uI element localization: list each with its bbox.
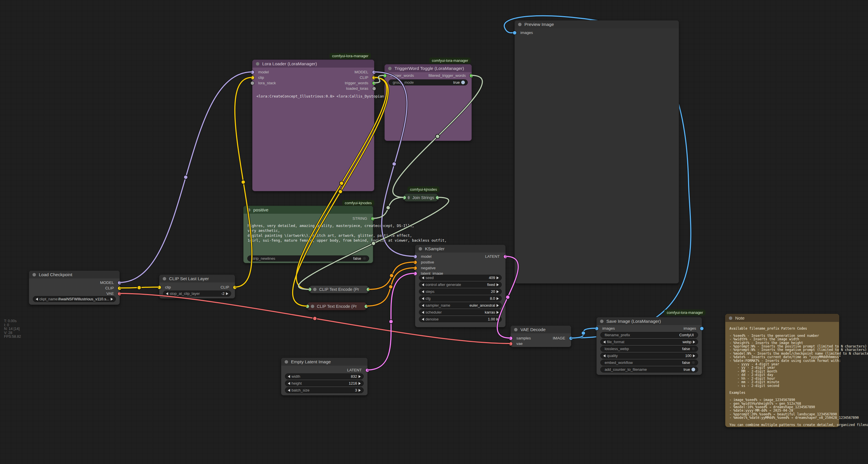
clip-port[interactable] — [251, 76, 254, 79]
widget-width[interactable]: width832 — [285, 373, 364, 379]
output-slot-filtered-trigger-words[interactable]: filtered_trigger_words — [428, 73, 471, 78]
stepper-left-icon[interactable] — [288, 382, 290, 385]
widget-quality[interactable]: quality100 — [600, 353, 698, 359]
output-slot-loaded-loras[interactable]: loaded_loras — [346, 86, 374, 91]
toggle-icon[interactable] — [691, 361, 695, 365]
input-slot-model[interactable]: model — [415, 254, 432, 259]
node-load-checkpoint[interactable]: Load Checkpoint MODEL CLIP VAE ckpt_name… — [29, 270, 120, 305]
collapse-dot[interactable] — [32, 273, 36, 277]
widget-control-after-generate[interactable]: control after generatefixed — [419, 282, 502, 288]
widget-steps[interactable]: steps20 — [419, 289, 502, 295]
clip-port[interactable] — [233, 286, 237, 289]
input-slot-vae[interactable]: vae — [510, 341, 523, 346]
widget-denoise[interactable]: denoise1.00 — [419, 316, 502, 322]
stepper-right-icon[interactable] — [497, 297, 499, 300]
stepper-left-icon[interactable] — [422, 283, 424, 286]
node-title-bar[interactable]: VAE Decode — [510, 326, 571, 334]
stepper-left-icon[interactable] — [422, 297, 424, 300]
widget-scheduler[interactable]: schedulerkarras — [419, 309, 502, 315]
output-slot-vae[interactable]: VAE — [106, 291, 120, 296]
node-triggerword-toggle[interactable]: TriggerWord Toggle (LoraManager) trigger… — [384, 64, 472, 141]
collapse-dot[interactable] — [418, 247, 422, 251]
collapse-dot[interactable] — [256, 62, 259, 65]
widget-ckpt-name[interactable]: ckpt_nameil\waiNSFWIllustrious_v110.s... — [33, 296, 116, 302]
trigger-words-port[interactable] — [383, 74, 386, 77]
clip-port[interactable] — [372, 76, 376, 79]
widget-lossless-webp[interactable]: lossless_webpfalse — [600, 346, 698, 352]
collapse-dot[interactable] — [600, 320, 603, 323]
stepper-left-icon[interactable] — [422, 311, 424, 314]
note-text[interactable]: Available filename_prefix Pattern Codes … — [730, 327, 868, 427]
node-ksampler[interactable]: KSampler model positive negative latent_… — [415, 244, 506, 327]
input-slot-images[interactable]: images — [597, 326, 615, 331]
collapse-dot[interactable] — [518, 23, 522, 26]
output-slot-trigger-words[interactable]: trigger_words — [345, 81, 374, 86]
collapse-dot[interactable] — [514, 328, 518, 331]
input-slot-positive[interactable]: positive — [415, 260, 434, 265]
input-slot-trigger-words[interactable]: trigger_words — [385, 73, 414, 78]
widget-stop-at-clip-layer[interactable]: stop_at_clip_layer-2 — [163, 291, 231, 297]
clip-port[interactable] — [118, 287, 121, 290]
prompt-text[interactable]: highres, very detailed, amazing quality,… — [248, 223, 446, 243]
vae-port[interactable] — [509, 342, 513, 346]
node-title-bar[interactable]: Note — [725, 314, 839, 322]
stepper-left-icon[interactable] — [422, 318, 424, 321]
stepper-right-icon[interactable] — [111, 298, 113, 300]
stepper-right-icon[interactable] — [359, 375, 361, 378]
widget-seed[interactable]: seed409 — [419, 275, 502, 281]
image-port[interactable] — [513, 31, 516, 34]
node-preview-image[interactable]: Preview Image images — [514, 20, 679, 284]
node-title-bar[interactable]: Empty Latent Image — [281, 358, 367, 366]
output-slot-clip[interactable]: CLIP — [105, 286, 120, 291]
widget-sampler-name[interactable]: sampler_nameeuler_ancestral — [419, 302, 502, 308]
trigger-words-port[interactable] — [372, 81, 376, 85]
input-slot-clip[interactable]: clip — [159, 285, 171, 290]
output-slot-images[interactable]: images — [683, 326, 702, 331]
loaded-loras-port[interactable] — [372, 87, 376, 90]
vae-port[interactable] — [118, 292, 121, 295]
stepper-left-icon[interactable] — [288, 389, 290, 392]
input-slot-lora-stack[interactable]: lora_stack — [252, 81, 276, 86]
stepper-left-icon[interactable] — [36, 298, 38, 300]
stepper-right-icon[interactable] — [497, 304, 499, 307]
node-empty-latent-image[interactable]: Empty Latent Image LATENT width832 heigh… — [281, 357, 368, 396]
stepper-left-icon[interactable] — [603, 341, 606, 344]
latent-port[interactable] — [413, 272, 417, 275]
collapse-dot[interactable] — [313, 288, 316, 291]
node-title-bar[interactable]: KSampler — [415, 245, 505, 253]
stepper-right-icon[interactable] — [497, 318, 499, 321]
stepper-right-icon[interactable] — [359, 382, 361, 385]
collapse-dot[interactable] — [729, 316, 732, 320]
input-slot-samples[interactable]: samples — [510, 336, 531, 341]
toggle-icon[interactable] — [363, 257, 366, 260]
node-clip-set-last-layer[interactable]: CLIP Set Last Layer clip CLIP stop_at_cl… — [159, 274, 235, 298]
widget-batch-size[interactable]: batch_size3 — [285, 387, 364, 393]
latent-port[interactable] — [509, 337, 513, 340]
model-port[interactable] — [118, 281, 121, 285]
input-slot-negative[interactable]: negative — [415, 265, 436, 271]
widget-filename-prefix[interactable]: filename_prefixComfyUI — [600, 332, 698, 338]
conditioning-out-port[interactable] — [367, 288, 370, 291]
node-vae-decode[interactable]: VAE Decode samples vae IMAGE — [510, 325, 571, 347]
stepper-left-icon[interactable] — [422, 304, 424, 307]
node-lora-loader[interactable]: Lora Loader (LoraManager) model clip lor… — [252, 60, 374, 191]
latent-port[interactable] — [366, 369, 369, 372]
image-port[interactable] — [700, 327, 704, 330]
latent-port[interactable] — [504, 255, 507, 258]
stepper-right-icon[interactable] — [497, 311, 499, 314]
widget-add-counter-to-filename[interactable]: add_counter_to_filenametrue — [600, 367, 698, 373]
string-in-port[interactable] — [403, 196, 406, 199]
toggle-icon[interactable] — [461, 81, 465, 84]
text-in-port[interactable] — [306, 304, 309, 308]
string-port[interactable] — [371, 217, 375, 220]
output-slot-clip[interactable]: CLIP — [220, 285, 235, 290]
collapse-dot[interactable] — [311, 304, 314, 308]
string-out-port[interactable] — [436, 196, 439, 199]
filtered-trigger-words-port[interactable] — [470, 74, 473, 77]
stepper-right-icon[interactable] — [693, 354, 695, 357]
widget-height[interactable]: height1216 — [285, 380, 364, 386]
widget-strip-newlines[interactable]: strip_newlinesfalse — [247, 256, 369, 261]
conditioning-out-port[interactable] — [365, 304, 368, 308]
toggle-icon[interactable] — [691, 368, 695, 371]
node-title-bar[interactable]: Lora Loader (LoraManager) — [252, 60, 374, 67]
